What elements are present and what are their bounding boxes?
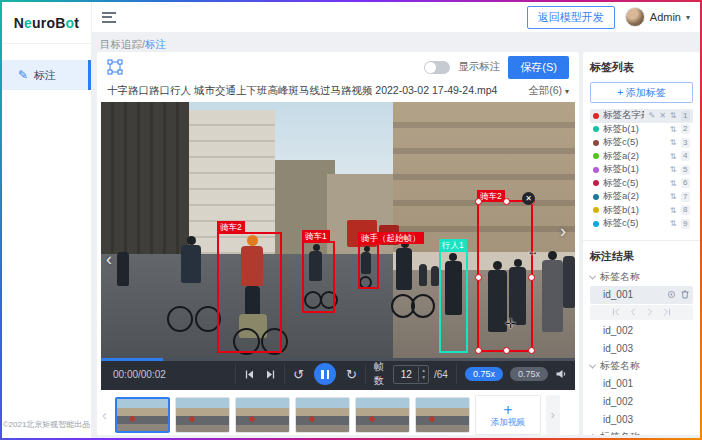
video-canvas[interactable]: ‹ › 骑车2 骑车1 骑手（起始帧） 行人1 骑车2 xyxy=(101,102,575,358)
tree-group[interactable]: 标签名称 xyxy=(590,358,693,375)
video-thumbnail[interactable] xyxy=(295,397,350,433)
sort-tag-icon[interactable]: ⇅ xyxy=(670,179,677,188)
tag-row[interactable]: 标签名字最长数... ✎ ✕ ⇅ 1 xyxy=(590,109,693,123)
scene-person xyxy=(431,266,439,286)
resize-handle[interactable] xyxy=(503,198,510,205)
resize-handle[interactable] xyxy=(475,198,482,205)
first-frame-icon[interactable] xyxy=(612,308,620,316)
tag-index: 5 xyxy=(681,165,690,175)
sort-tag-icon[interactable]: ⇅ xyxy=(670,138,677,147)
tree-group[interactable]: 标签名称 xyxy=(590,269,693,286)
video-next-icon[interactable]: › xyxy=(560,222,566,240)
pencil-icon: ✎ xyxy=(18,68,28,82)
resize-handle[interactable] xyxy=(475,274,482,281)
tag-row[interactable]: 标签a(2) ⇅ 4 xyxy=(590,150,693,164)
thumbs-prev-icon[interactable]: ‹ xyxy=(99,407,110,423)
avatar xyxy=(625,7,645,27)
tag-index: 7 xyxy=(681,192,690,202)
tag-color-dot xyxy=(593,126,599,132)
tag-row[interactable]: 标签b(1) ⇅ 8 xyxy=(590,204,693,218)
video-thumbnail[interactable] xyxy=(175,397,230,433)
menu-collapse-icon[interactable] xyxy=(102,12,116,23)
video-filter-dropdown[interactable]: 全部(6) ▾ xyxy=(528,84,569,98)
video-prev-icon[interactable]: ‹ xyxy=(106,250,112,268)
thumbs-next-icon[interactable]: › xyxy=(546,395,560,435)
back-to-model-dev-button[interactable]: 返回模型开发 xyxy=(527,6,615,29)
video-thumbnail[interactable] xyxy=(235,397,290,433)
tag-row[interactable]: 标签a(2) ⇅ 7 xyxy=(590,190,693,204)
resize-handle[interactable] xyxy=(528,274,535,281)
resize-handle[interactable] xyxy=(528,347,535,354)
speed-button[interactable]: 0.75x xyxy=(510,367,548,381)
show-annotation-toggle[interactable] xyxy=(424,61,450,74)
bbox-rider-startframe[interactable]: 骑手（起始帧） xyxy=(358,243,379,289)
delete-box-icon[interactable]: ✕ xyxy=(522,192,535,205)
tag-row[interactable]: 标签b(1) ⇅ 2 xyxy=(590,123,693,137)
rect-select-tool-icon[interactable] xyxy=(107,59,123,75)
sort-tag-icon[interactable]: ⇅ xyxy=(670,219,677,228)
tag-row[interactable]: 标签c(5) ⇅ 3 xyxy=(590,136,693,150)
sort-tag-icon[interactable]: ⇅ xyxy=(670,111,677,120)
logo-text: t xyxy=(74,15,79,31)
video-thumbnail-selected[interactable] xyxy=(115,397,170,433)
user-menu[interactable]: Admin ▾ xyxy=(625,7,690,27)
sort-tag-icon[interactable]: ⇅ xyxy=(670,192,677,201)
sort-tag-icon[interactable]: ⇅ xyxy=(670,125,677,134)
bbox-pedestrian1[interactable]: 行人1 xyxy=(439,250,468,353)
tree-item[interactable]: id_002 xyxy=(590,393,693,411)
bbox-label: 骑车1 xyxy=(302,230,330,242)
prev-frame-button[interactable] xyxy=(244,369,255,380)
tag-row[interactable]: 标签c(5) ⇅ 9 xyxy=(590,217,693,231)
pause-button[interactable] xyxy=(314,363,336,385)
bbox-rider2-selected[interactable]: 骑车2 ✕ ✛ ↔ xyxy=(477,200,533,352)
tree-item-selected[interactable]: id_001 xyxy=(590,286,693,304)
add-tag-button[interactable]: + 添加标签 xyxy=(590,82,693,103)
video-thumbnail[interactable] xyxy=(415,397,470,433)
rewind-10-icon[interactable]: ↺ xyxy=(293,367,304,382)
resize-handle[interactable] xyxy=(503,347,510,354)
tag-index: 3 xyxy=(681,138,690,148)
sidebar-item-annotation[interactable]: ✎ 标注 xyxy=(2,60,91,90)
sort-tag-icon[interactable]: ⇅ xyxy=(670,206,677,215)
trash-icon[interactable] xyxy=(681,290,689,299)
bbox-rider1[interactable]: 骑车1 xyxy=(302,241,335,313)
last-frame-icon[interactable] xyxy=(663,308,671,316)
seek-bar[interactable] xyxy=(101,358,575,361)
tree-group-collapsed[interactable]: 标签名称 xyxy=(590,429,693,436)
right-panel: 标签列表 + 添加标签 标签名字最长数... ✎ ✕ ⇅ 1 标签b(1) ⇅ … xyxy=(583,52,700,435)
prev-icon[interactable] xyxy=(629,308,637,316)
tag-row[interactable]: 标签c(5) ⇅ 6 xyxy=(590,177,693,191)
add-video-button[interactable]: ＋ 添加视频 xyxy=(475,395,541,435)
speed-button-active[interactable]: 0.75x xyxy=(465,367,503,381)
resize-handle[interactable] xyxy=(475,347,482,354)
scene-person xyxy=(548,251,557,260)
video-title-row: 十字路口路口行人 城市交通上下班高峰斑马线过马路视频 2022-03-02 17… xyxy=(97,82,579,102)
tree-item[interactable]: id_003 xyxy=(590,340,693,358)
app-screen: NeuroBot ✎ 标注 ©2021北京矩视智能出品 返回模型开发 Admin… xyxy=(2,2,700,438)
tree-group-label: 标签名称 xyxy=(600,270,640,284)
edit-tag-icon[interactable]: ✎ xyxy=(648,111,655,120)
sort-tag-icon[interactable]: ⇅ xyxy=(670,165,677,174)
locate-target-icon[interactable] xyxy=(667,290,676,299)
forward-10-icon[interactable]: ↻ xyxy=(346,367,357,382)
tree-item[interactable]: id_001 xyxy=(590,375,693,393)
next-frame-button[interactable] xyxy=(265,369,276,380)
sort-tag-icon[interactable]: ⇅ xyxy=(670,152,677,161)
volume-icon[interactable] xyxy=(555,368,567,380)
video-thumbnail[interactable] xyxy=(355,397,410,433)
frame-number-input[interactable] xyxy=(394,369,418,380)
breadcrumb-parent[interactable]: 目标追踪 xyxy=(100,38,142,50)
tree-item[interactable]: id_003 xyxy=(590,411,693,429)
next-icon[interactable] xyxy=(646,308,654,316)
tag-row[interactable]: 标签b(1) ⇅ 5 xyxy=(590,163,693,177)
frame-up-icon[interactable]: ▴ xyxy=(419,367,428,375)
tree-item[interactable]: id_002 xyxy=(590,322,693,340)
breadcrumb-current: 标注 xyxy=(145,38,166,50)
save-button[interactable]: 保存(S) xyxy=(508,56,569,79)
frame-down-icon[interactable]: ▾ xyxy=(419,374,428,382)
tag-index: 4 xyxy=(681,151,690,161)
bbox-rider2[interactable]: 骑车2 xyxy=(217,232,282,353)
delete-tag-icon[interactable]: ✕ xyxy=(659,111,666,120)
tree-item-label: id_001 xyxy=(603,289,633,300)
chevron-down-icon xyxy=(589,272,596,279)
